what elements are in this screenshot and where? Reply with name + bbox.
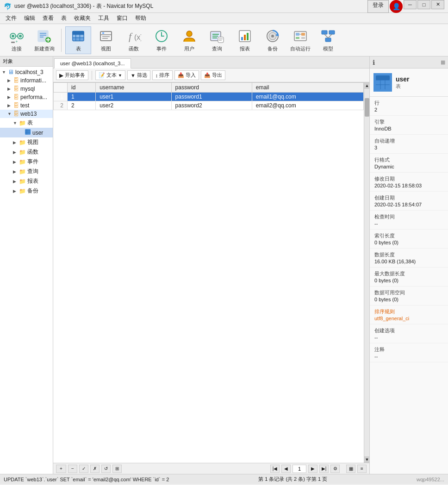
menu-edit[interactable]: 编辑 [20,13,39,23]
table-row[interactable]: 2 2 user2 password2 email2@qq.com [54,101,364,110]
sidebar-item-tables-folder[interactable]: ▼ 📁 表 [0,118,53,128]
rows-section: 行 2 [370,97,448,116]
begin-tx-button[interactable]: ▶ 开始事务 [56,70,88,80]
col-header-username[interactable]: username [96,83,171,93]
sidebar-item-queries-folder[interactable]: ▶ 📁 查询 [0,167,53,176]
sidebar-item-performance[interactable]: ▶ 🗄 performa... [0,93,53,101]
titlebar-left: 🐬 user @web13 (localhost_3306) - 表 - Nav… [4,2,153,10]
menu-favorites[interactable]: 收藏夹 [70,13,94,23]
sidebar-item-reports-folder[interactable]: ▶ 📁 报表 [0,176,53,186]
cancel-edit-button[interactable]: ✗ [90,465,100,473]
cell-id-2[interactable]: 2 [68,101,96,110]
view-button[interactable]: 视图 [93,26,119,54]
autorun-button[interactable]: 自动运行 [287,26,313,54]
user-table-label: user [32,130,43,136]
col-header-email[interactable]: email [252,83,363,93]
model-button[interactable]: 模型 [315,26,341,54]
maximize-button[interactable]: □ [417,0,430,9]
custom-button[interactable]: ⊞ [112,465,122,473]
nav-next-button[interactable]: ▶ [308,465,317,473]
function-button[interactable]: f (x) 函数 [121,26,147,54]
sidebar-item-information[interactable]: ▶ 🗄 informati... [0,76,53,85]
export-button[interactable]: 📤 导出 [201,70,225,80]
sidebar-item-views-folder[interactable]: ▶ 📁 视图 [0,137,53,147]
auto-inc-value: 3 [374,145,443,150]
report-button[interactable]: 报表 [232,26,258,54]
login-button[interactable]: 登录 [367,0,389,13]
cell-email-1[interactable]: email1@qq.com [252,93,363,101]
menu-view[interactable]: 查看 [39,13,57,23]
table-button[interactable]: 表 [65,26,91,54]
sidebar-item-functions-folder[interactable]: ▶ 📁 函数 [0,147,53,157]
sidebar-item-mysql[interactable]: ▶ 🗄 mysql [0,85,53,93]
folder-icon-tables: 📁 [19,120,26,126]
col-header-password[interactable]: password [171,83,252,93]
menu-tools[interactable]: 工具 [94,13,113,23]
close-button[interactable]: ✕ [431,0,444,9]
nav-first-button[interactable]: |◀ [270,465,280,473]
sidebar-item-web13[interactable]: ▼ 🗄 web13 [0,110,53,118]
sort-button[interactable]: ↕ 排序 [152,70,173,80]
menu-help[interactable]: 帮助 [131,13,150,23]
text-dropdown-icon: ▼ [118,73,122,78]
data-table-wrap[interactable]: id username password email 1 1 user1 pas… [53,82,364,463]
info-icon[interactable]: ℹ [373,59,375,66]
cell-username-2[interactable]: user2 [96,101,171,110]
connect-button[interactable]: + 连接 [4,26,30,54]
col-header-id[interactable]: id [68,83,96,93]
backup-button[interactable]: 备份 [260,26,286,54]
table-row[interactable]: 1 1 user1 password1 email1@qq.com [54,93,364,101]
statusline: UPDATE `web13`.`user` SET `email` = 'ema… [0,474,448,484]
sidebar-item-localhost[interactable]: ▼ 🖥 localhost_3 [0,68,53,76]
event-button[interactable]: 事件 [149,26,174,54]
user-avatar[interactable]: 👤 [390,0,403,13]
comment-section: 注释 -- [370,343,448,362]
create-date-section: 创建日期 2020-02-15 18:54:07 [370,192,448,211]
cell-password-1[interactable]: password1 [171,93,252,101]
menu-table[interactable]: 表 [57,13,70,23]
text-icon: 📝 [99,72,105,78]
scroll-down-arrow[interactable]: ▼ [364,456,369,463]
sidebar-item-events-folder[interactable]: ▶ 📁 事件 [0,157,53,167]
folder-icon-backup: 📁 [19,188,26,194]
cell-password-2[interactable]: password2 [171,101,252,110]
tab-label: user @web13 (localhost_3... [60,61,125,66]
cell-username-1[interactable]: user1 [96,93,171,101]
scroll-up-arrow[interactable]: ▲ [364,82,369,89]
collation-value: utf8_general_ci [374,316,443,321]
grid-view-button[interactable]: ▦ [346,465,355,473]
new-query-button[interactable]: 新建查询 [31,26,57,54]
text-button[interactable]: 📝 文本 ▼ [95,70,125,80]
col-header-rownum [54,83,68,93]
confirm-button[interactable]: ✓ [79,465,88,473]
toolbar-sep1 [61,29,62,52]
sidebar-item-test[interactable]: ▶ 🗄 test [0,101,53,110]
import-button[interactable]: 📥 导入 [174,70,199,80]
settings-nav-button[interactable]: ⚙ [330,465,340,473]
refresh-button[interactable]: ↺ [101,465,111,473]
cell-email-2[interactable]: email2@qq.com [252,101,363,110]
table-vscrollbar[interactable]: ▲ ▼ [364,82,369,463]
titlebar: 🐬 user @web13 (localhost_3306) - 表 - Nav… [0,0,448,13]
scroll-thumb[interactable] [365,98,369,117]
add-row-button[interactable]: + [56,465,66,473]
list-view-button[interactable]: ≡ [357,465,367,473]
nav-last-button[interactable]: ▶| [319,465,329,473]
filter-button[interactable]: ▼ 筛选 [127,70,150,80]
user-button[interactable]: 用户 [176,26,202,54]
text-label: 文本 [106,72,117,79]
nav-prev-button[interactable]: ◀ [281,465,291,473]
connect-icon: + [8,28,25,44]
tab-user-table[interactable]: user @web13 (localhost_3... [54,58,131,68]
cell-id-1[interactable]: 1 [68,93,96,101]
menu-file[interactable]: 文件 [2,13,20,23]
menu-window[interactable]: 窗口 [113,13,131,23]
delete-row-button[interactable]: − [68,465,77,473]
sidebar-item-user-table[interactable]: ▶ user [0,128,53,137]
minimize-button[interactable]: ─ [404,0,417,9]
data-icon[interactable]: ▦ [441,59,445,65]
page-number-input[interactable] [292,465,306,473]
query-button[interactable]: 查询 [204,26,230,54]
sidebar-item-backup-folder[interactable]: ▶ 📁 备份 [0,186,53,196]
user-label: 用户 [184,45,194,52]
